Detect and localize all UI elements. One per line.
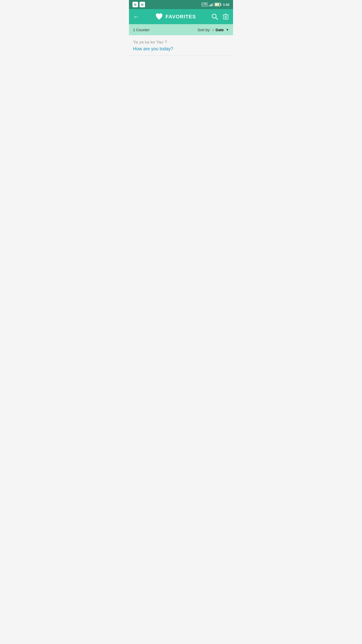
svg-line-5 <box>216 18 218 20</box>
counter-label: 1 Counter <box>133 28 150 32</box>
status-bar-left: N N <box>132 2 145 7</box>
time-display: 1:02 <box>223 3 230 7</box>
favorites-list: Ya ya ka ke Yau ? How are you today? <box>129 35 233 644</box>
status-bar-right: LTE ⚡ 1:02 <box>202 3 230 7</box>
sort-controls[interactable]: Sort by: ↓ Date ▼ <box>198 27 229 32</box>
sort-date-label: Date <box>216 28 224 32</box>
item-translation-text: How are you today? <box>133 46 229 52</box>
svg-text:⚡: ⚡ <box>216 3 219 7</box>
lte-icon: LTE <box>202 3 208 7</box>
status-bar: N N LTE ⚡ 1:02 <box>129 0 233 9</box>
trash-icon <box>222 13 229 20</box>
app-bar-title: FAVORITES <box>155 13 196 21</box>
signal-bar-1 <box>209 5 210 6</box>
app-logo-2: N <box>140 2 145 7</box>
svg-rect-1 <box>221 4 221 5</box>
screen: N N LTE ⚡ 1:02 ← <box>129 0 233 644</box>
app-bar-actions <box>211 13 229 20</box>
dropdown-arrow-icon: ▼ <box>226 28 229 32</box>
sort-down-icon: ↓ <box>212 27 214 32</box>
app-logo-1: N <box>132 2 138 7</box>
search-icon <box>211 13 218 20</box>
app-bar: ← FAVORITES <box>129 9 233 24</box>
sort-bar: 1 Counter Sort by: ↓ Date ▼ <box>129 24 233 35</box>
heart-icon <box>155 13 163 21</box>
back-button[interactable]: ← <box>133 13 140 21</box>
sort-by-label: Sort by: <box>198 28 211 32</box>
item-original-text: Ya ya ka ke Yau ? <box>133 40 229 45</box>
delete-button[interactable] <box>222 13 229 20</box>
list-item[interactable]: Ya ya ka ke Yau ? How are you today? <box>129 35 233 56</box>
search-button[interactable] <box>211 13 218 20</box>
battery-icon: ⚡ <box>215 3 222 7</box>
signal-bar-3 <box>211 4 212 6</box>
signal-bars <box>209 3 213 6</box>
back-arrow-icon: ← <box>133 13 140 21</box>
signal-bar-4 <box>213 3 213 6</box>
signal-bar-2 <box>210 5 211 6</box>
page-title: FAVORITES <box>166 14 196 20</box>
